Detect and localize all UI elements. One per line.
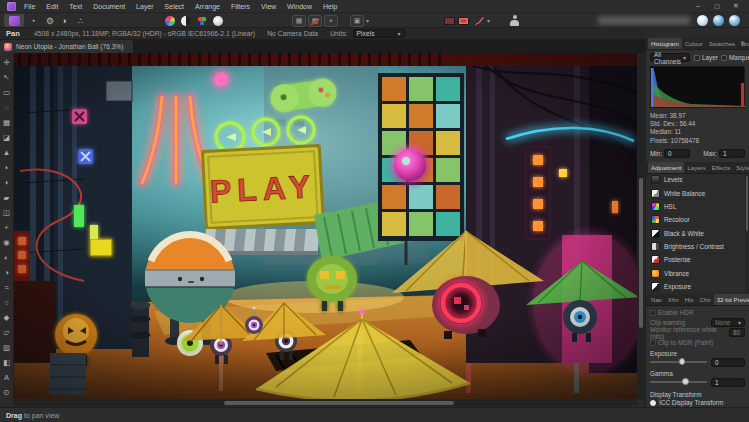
snapping-toggle-icon[interactable]: ▦ — [292, 14, 306, 27]
adjustment-item[interactable]: White Balance — [646, 187, 749, 200]
panel-menu-icon[interactable] — [740, 40, 747, 46]
menu-item[interactable]: Filters — [231, 3, 250, 10]
units-dropdown[interactable]: Pixels — [353, 29, 405, 38]
fill-tool[interactable]: ◧ — [0, 355, 14, 370]
paint-brush-tool[interactable]: ◖ — [0, 175, 14, 190]
gradient-tool[interactable]: ▥ — [0, 340, 14, 355]
flood-select-tool[interactable]: ▲ — [0, 145, 14, 160]
gamma-input[interactable]: 1 — [711, 378, 745, 387]
channel-selector-dropdown[interactable]: All Channels — [650, 53, 690, 62]
hscroll-thumb[interactable] — [224, 401, 454, 405]
menu-item[interactable]: Arrange — [195, 3, 220, 10]
blur-tool[interactable]: ○ — [0, 295, 14, 310]
view-mode-icon[interactable]: ▣ — [350, 14, 369, 27]
adjustment-item[interactable]: Exposure — [646, 280, 749, 293]
brush-stabiliser-icon[interactable] — [474, 14, 490, 27]
layer-checkbox[interactable] — [694, 55, 700, 61]
panel-tab[interactable]: Swatches — [706, 38, 738, 49]
tonemap-persona-icon[interactable]: ◗ — [62, 14, 67, 27]
dodge-tool[interactable]: ◐ — [0, 250, 14, 265]
panel-tab[interactable]: Layers — [684, 162, 708, 173]
burn-tool[interactable]: ◑ — [0, 265, 14, 280]
adjustment-item[interactable]: Black & White — [646, 227, 749, 240]
minimize-button[interactable] — [693, 2, 703, 10]
panel-tab[interactable]: Adjustment — [648, 162, 684, 173]
develop-persona-icon[interactable]: ⚙ — [46, 14, 54, 27]
mono-preview-icon[interactable] — [181, 14, 191, 27]
lasso-tool[interactable]: ◌ — [0, 100, 14, 115]
vscroll-thumb[interactable] — [639, 178, 643, 328]
adjustment-item[interactable]: Posterise — [646, 254, 749, 267]
sphere-icon-2[interactable] — [713, 14, 724, 27]
panel-tab[interactable]: Chn — [697, 294, 714, 305]
vertical-scrollbar[interactable] — [637, 53, 644, 399]
exposure-input[interactable]: 0 — [711, 358, 745, 367]
clone-tool[interactable]: ◫ — [0, 205, 14, 220]
min-input[interactable]: 0 — [664, 149, 690, 158]
move-tool[interactable]: ↖ — [0, 70, 14, 85]
max-input[interactable]: 1 — [719, 149, 745, 158]
adjustment-item[interactable]: Brightness / Contrast — [646, 240, 749, 253]
marquee-tool[interactable]: ▭ — [0, 85, 14, 100]
adjustment-item[interactable]: Vibrance — [646, 267, 749, 280]
colour-wheel-icon[interactable] — [165, 14, 175, 27]
panel-tab[interactable]: Xfm — [665, 294, 682, 305]
gamma-slider-handle[interactable] — [682, 378, 689, 385]
colour-picker-tool[interactable]: ◗ — [0, 160, 14, 175]
text-tool[interactable]: A — [0, 370, 14, 385]
erase-tool[interactable]: ▱ — [0, 325, 14, 340]
panel-tab[interactable]: Effects — [709, 162, 734, 173]
panel-tab[interactable]: Colour — [682, 38, 706, 49]
panel-tab[interactable]: His — [682, 294, 697, 305]
view-tool[interactable]: ✛ — [0, 55, 14, 70]
menu-item[interactable]: Window — [287, 3, 312, 10]
exposure-slider[interactable] — [650, 358, 707, 366]
exposure-slider-handle[interactable] — [679, 358, 686, 365]
snapping-options-icon[interactable]: ⌖ — [324, 14, 338, 27]
sharpen-tool[interactable]: ◆ — [0, 310, 14, 325]
menu-item[interactable]: Help — [323, 3, 337, 10]
liquify-persona-icon[interactable]: ◔ — [30, 14, 35, 27]
colour-chip-dark[interactable] — [444, 14, 455, 27]
document-tab[interactable]: Neon Utopia - Jonathan Ball (76.3%) — [0, 40, 133, 53]
menu-item[interactable]: Edit — [46, 3, 58, 10]
blemish-tool[interactable]: ◉ — [0, 235, 14, 250]
sphere-icon-3[interactable] — [729, 14, 740, 27]
export-persona-icon[interactable]: ∴ — [78, 14, 84, 27]
adjustment-item[interactable]: Recolour — [646, 214, 749, 227]
maximize-button[interactable] — [712, 2, 722, 10]
menu-item[interactable]: View — [261, 3, 276, 10]
snapping-off-icon[interactable]: ▦ — [308, 14, 322, 27]
colour-chip-red[interactable] — [458, 14, 469, 27]
adjustment-item[interactable]: HSL — [646, 200, 749, 213]
menu-item[interactable]: Select — [165, 3, 184, 10]
smudge-tool[interactable]: ≈ — [0, 280, 14, 295]
horizontal-scrollbar[interactable] — [14, 399, 637, 406]
crop-tool[interactable]: ▦ — [0, 115, 14, 130]
zoom-tool[interactable]: ⊙ — [0, 385, 14, 400]
menu-item[interactable]: Layer — [136, 3, 154, 10]
monitor-white-input[interactable]: 80 — [729, 328, 745, 337]
pixel-tool[interactable]: ▰ — [0, 190, 14, 205]
assistant-icon[interactable] — [510, 14, 519, 27]
adjustment-scrollbar[interactable] — [745, 174, 749, 294]
sphere-icon-1[interactable] — [697, 14, 708, 27]
white-point-icon[interactable] — [213, 14, 223, 27]
canvas-viewport[interactable]: PLAY — [14, 53, 637, 399]
clip-mdr-checkbox[interactable] — [650, 340, 656, 346]
rgb-channels-icon[interactable] — [197, 14, 207, 27]
menu-item[interactable]: File — [24, 3, 35, 10]
marquee-checkbox[interactable] — [721, 55, 727, 61]
panel-tab[interactable]: 32-bit Preview — [714, 294, 749, 305]
menu-item[interactable]: Text — [69, 3, 82, 10]
selection-brush-tool[interactable]: ◪ — [0, 130, 14, 145]
healing-tool[interactable]: + — [0, 220, 14, 235]
panel-tab[interactable]: Styles — [733, 162, 749, 173]
menu-item[interactable]: Document — [93, 3, 125, 10]
panel-tab[interactable]: Nav — [648, 294, 665, 305]
panel-tab[interactable]: Histogram — [648, 38, 682, 49]
gamma-slider[interactable] — [650, 378, 707, 386]
enable-hdr-checkbox[interactable] — [650, 310, 656, 316]
close-button[interactable] — [731, 2, 741, 10]
adjustment-item[interactable]: Levels — [646, 174, 749, 187]
